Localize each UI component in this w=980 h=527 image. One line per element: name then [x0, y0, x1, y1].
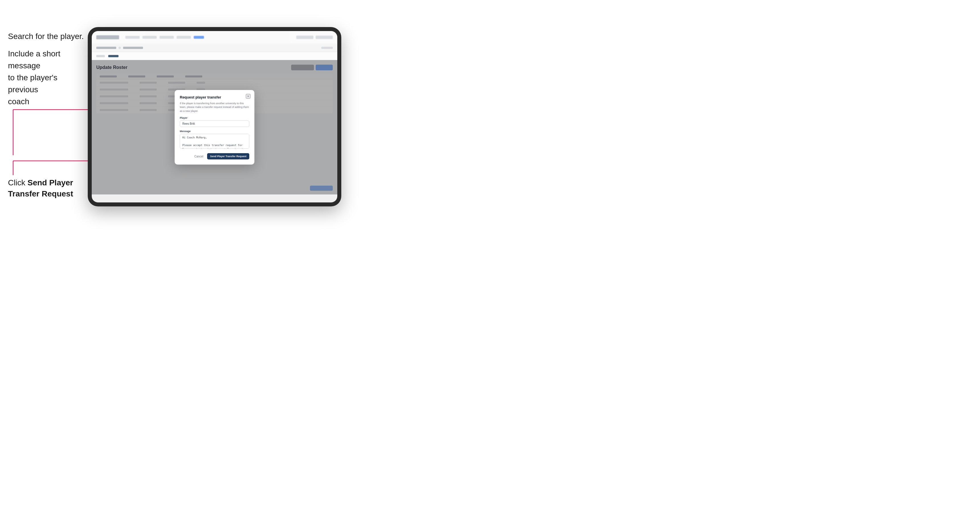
tab-item-active: [108, 55, 119, 57]
modal-title: Request player transfer: [180, 95, 249, 99]
nav-item: [159, 36, 174, 39]
app-logo: [96, 35, 119, 39]
header-button: [296, 36, 313, 39]
header-button: [316, 36, 333, 39]
nav-item: [177, 36, 191, 39]
sub-header-action: [321, 47, 333, 49]
sub-header: [92, 44, 337, 52]
nav-item-active: [194, 36, 204, 39]
annotation-message: Include a short messageto the player's p…: [8, 48, 82, 108]
message-label: Message: [180, 130, 249, 133]
modal-overlay: × Request player transfer If the player …: [92, 60, 337, 194]
breadcrumb-item: [96, 47, 116, 49]
send-transfer-request-button[interactable]: Send Player Transfer Request: [207, 153, 249, 159]
player-input[interactable]: [180, 121, 249, 127]
annotation-send: Click Send PlayerTransfer Request: [8, 177, 88, 199]
annotation-search: Search for the player.: [8, 31, 84, 42]
tablet-screen: Update Roster: [92, 31, 337, 202]
tab-bar: [92, 52, 337, 60]
tab-item: [96, 55, 105, 57]
breadcrumb-item: [123, 47, 143, 49]
nav-items: [125, 36, 204, 39]
header-right: [296, 36, 333, 39]
nav-item: [142, 36, 157, 39]
message-textarea[interactable]: Hi Coach McHarg, Please accept this tran…: [180, 134, 249, 149]
request-transfer-modal: × Request player transfer If the player …: [175, 90, 255, 165]
app-header: [92, 31, 337, 44]
cancel-button[interactable]: Cancel: [192, 154, 205, 159]
breadcrumb-separator: [119, 47, 121, 49]
modal-close-button[interactable]: ×: [246, 94, 250, 98]
annotation-send-bold: Send PlayerTransfer Request: [8, 178, 73, 198]
tablet-frame: Update Roster: [88, 27, 341, 206]
player-label: Player: [180, 116, 249, 119]
main-content: Update Roster: [92, 60, 337, 194]
nav-item: [125, 36, 140, 39]
tablet-device: Update Roster: [88, 27, 341, 206]
modal-description: If the player is transferring from anoth…: [180, 102, 249, 113]
modal-footer: Cancel Send Player Transfer Request: [180, 153, 249, 159]
